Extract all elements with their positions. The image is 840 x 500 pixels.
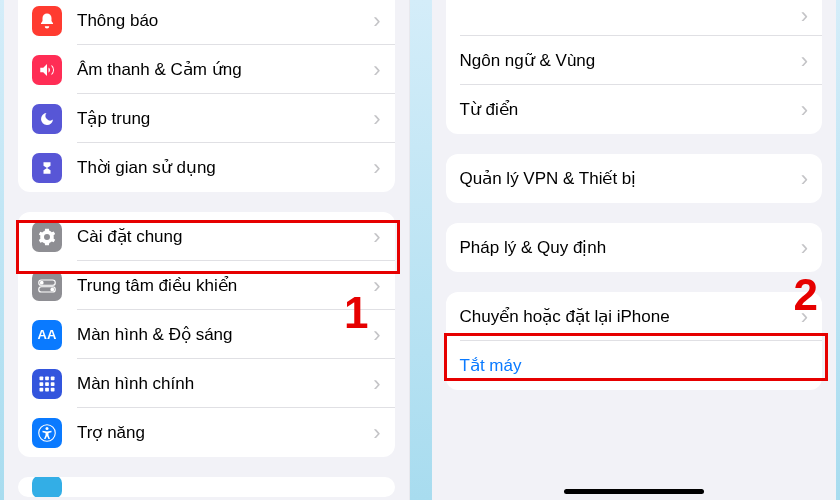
moon-icon xyxy=(32,104,62,134)
row-label: Pháp lý & Quy định xyxy=(460,237,795,258)
settings-group-sounds: Thông báo › Âm thanh & Cảm ứng › Tập tru… xyxy=(18,0,395,192)
svg-rect-11 xyxy=(45,387,49,391)
general-group-legal: Pháp lý & Quy định › xyxy=(446,223,823,272)
general-group-reset: Chuyển hoặc đặt lại iPhone › Tắt máy xyxy=(446,292,823,390)
row-hidden-top[interactable]: › xyxy=(446,0,823,36)
svg-rect-4 xyxy=(40,376,44,380)
row-label: Trợ năng xyxy=(77,422,367,443)
chevron-right-icon: › xyxy=(373,8,380,34)
home-indicator[interactable] xyxy=(564,489,704,494)
row-dictionary[interactable]: Từ điển › xyxy=(446,85,823,134)
chevron-right-icon: › xyxy=(373,57,380,83)
chevron-right-icon: › xyxy=(373,106,380,132)
svg-point-3 xyxy=(50,287,54,291)
row-label: Cài đặt chung xyxy=(77,226,367,247)
general-group-language: › Ngôn ngữ & Vùng › Từ điển › xyxy=(446,0,823,134)
svg-rect-10 xyxy=(40,387,44,391)
row-label: Quản lý VPN & Thiết bị xyxy=(460,168,795,189)
settings-group-general: Cài đặt chung › Trung tâm điều khiển › A… xyxy=(18,212,395,457)
row-sounds[interactable]: Âm thanh & Cảm ứng › xyxy=(18,45,395,94)
svg-rect-5 xyxy=(45,376,49,380)
row-label: Thời gian sử dụng xyxy=(77,157,367,178)
bell-icon xyxy=(32,6,62,36)
row-label: Màn hình & Độ sáng xyxy=(77,324,367,345)
hourglass-icon xyxy=(32,153,62,183)
grid-icon xyxy=(32,369,62,399)
row-screentime[interactable]: Thời gian sử dụng › xyxy=(18,143,395,192)
chevron-right-icon: › xyxy=(373,224,380,250)
chevron-right-icon: › xyxy=(801,3,808,29)
annotation-step-1: 1 xyxy=(344,288,368,338)
annotation-step-2: 2 xyxy=(794,270,818,320)
svg-rect-7 xyxy=(40,382,44,386)
svg-point-14 xyxy=(46,427,49,430)
row-display[interactable]: AA Màn hình & Độ sáng › xyxy=(18,310,395,359)
row-focus[interactable]: Tập trung › xyxy=(18,94,395,143)
sound-icon xyxy=(32,55,62,85)
row-label: Tập trung xyxy=(77,108,367,129)
svg-rect-12 xyxy=(51,387,55,391)
chevron-right-icon: › xyxy=(801,166,808,192)
general-settings-panel: › Ngôn ngữ & Vùng › Từ điển › Quản lý VP… xyxy=(432,0,837,500)
aa-icon: AA xyxy=(32,320,62,350)
row-label: Ngôn ngữ & Vùng xyxy=(460,50,795,71)
wallpaper-icon xyxy=(32,477,62,497)
row-home-screen[interactable]: Màn hình chính › xyxy=(18,359,395,408)
row-legal[interactable]: Pháp lý & Quy định › xyxy=(446,223,823,272)
row-control-center[interactable]: Trung tâm điều khiển › xyxy=(18,261,395,310)
row-label: Từ điển xyxy=(460,99,795,120)
accessibility-icon xyxy=(32,418,62,448)
row-notifications[interactable]: Thông báo › xyxy=(18,0,395,45)
chevron-right-icon: › xyxy=(801,48,808,74)
chevron-right-icon: › xyxy=(373,420,380,446)
chevron-right-icon: › xyxy=(801,235,808,261)
chevron-right-icon: › xyxy=(373,273,380,299)
row-shutdown[interactable]: Tắt máy xyxy=(446,341,823,390)
gear-icon xyxy=(32,222,62,252)
row-label: Âm thanh & Cảm ứng xyxy=(77,59,367,80)
row-transfer-reset[interactable]: Chuyển hoặc đặt lại iPhone › xyxy=(446,292,823,341)
chevron-right-icon: › xyxy=(373,155,380,181)
row-label: Thông báo xyxy=(77,11,367,31)
row-label: Màn hình chính xyxy=(77,374,367,394)
settings-root-panel: Thông báo › Âm thanh & Cảm ứng › Tập tru… xyxy=(4,0,410,500)
row-label: Chuyển hoặc đặt lại iPhone xyxy=(460,306,795,327)
row-accessibility[interactable]: Trợ năng › xyxy=(18,408,395,457)
svg-rect-8 xyxy=(45,382,49,386)
svg-rect-9 xyxy=(51,382,55,386)
svg-point-1 xyxy=(40,280,44,284)
row-peek[interactable] xyxy=(18,477,395,497)
switches-icon xyxy=(32,271,62,301)
svg-rect-6 xyxy=(51,376,55,380)
chevron-right-icon: › xyxy=(801,97,808,123)
row-label: Trung tâm điều khiển xyxy=(77,275,367,296)
row-language-region[interactable]: Ngôn ngữ & Vùng › xyxy=(446,36,823,85)
row-vpn-device[interactable]: Quản lý VPN & Thiết bị › xyxy=(446,154,823,203)
chevron-right-icon: › xyxy=(373,371,380,397)
row-label: Tắt máy xyxy=(460,355,809,376)
general-group-vpn: Quản lý VPN & Thiết bị › xyxy=(446,154,823,203)
row-general[interactable]: Cài đặt chung › xyxy=(18,212,395,261)
settings-group-next-peek xyxy=(18,477,395,497)
chevron-right-icon: › xyxy=(373,322,380,348)
